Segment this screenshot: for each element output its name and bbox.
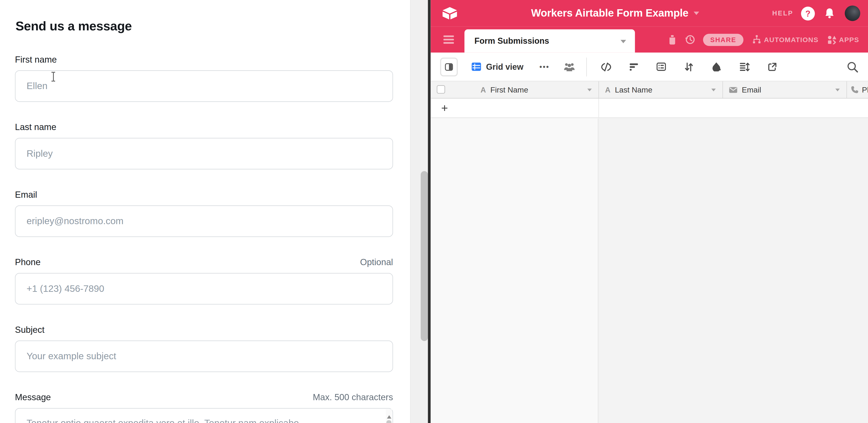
view-name-button[interactable]: Grid view: [472, 62, 524, 71]
avatar[interactable]: [845, 5, 860, 21]
view-name: Grid view: [486, 62, 524, 71]
grid-body: [431, 119, 868, 423]
sort-icon[interactable]: [683, 62, 695, 71]
scroll-up-arrow-icon[interactable]: [386, 415, 391, 418]
textarea-scrollbar-thumb[interactable]: [386, 420, 391, 423]
last-name-input[interactable]: [15, 138, 393, 170]
page-scrollbar-thumb[interactable]: [421, 171, 428, 341]
page-scrollbar-track: [410, 0, 428, 423]
trash-icon[interactable]: [668, 34, 676, 44]
message-label: Message: [15, 393, 51, 402]
email-icon: [729, 87, 737, 93]
add-record-row[interactable]: +: [431, 98, 868, 118]
base-title: Workers Airtable Form Example: [531, 7, 688, 19]
toolbar-divider: [586, 57, 587, 76]
phone-label: Phone: [15, 258, 40, 267]
column-header-last-name[interactable]: A Last Name: [598, 82, 722, 98]
row-height-icon[interactable]: [738, 62, 750, 71]
tables-menu-icon[interactable]: [443, 35, 454, 43]
base-title-menu[interactable]: Workers Airtable Form Example: [458, 7, 772, 19]
help-question-icon[interactable]: ?: [801, 6, 815, 20]
page-title: Send us a message: [16, 19, 132, 34]
search-icon[interactable]: [847, 61, 858, 72]
message-field-group: Message Max. 500 characters: [15, 393, 393, 423]
sidebar-toggle-icon: [444, 62, 454, 71]
airtable-tabbar: Form Submissions: [431, 27, 868, 53]
phone-field-group: Phone Optional: [15, 258, 393, 304]
airtable-topbar: Workers Airtable Form Example HELP ?: [431, 0, 868, 27]
views-sidebar-toggle-button[interactable]: [440, 57, 458, 76]
phone-input[interactable]: [15, 273, 393, 304]
view-more-menu[interactable]: •••: [539, 63, 550, 71]
window-divider: [428, 0, 431, 423]
select-all-checkbox[interactable]: [437, 85, 445, 93]
apps-icon: [827, 35, 836, 44]
email-field-group: Email: [15, 190, 393, 237]
first-name-label: First name: [15, 55, 57, 65]
hide-fields-icon[interactable]: [600, 62, 612, 71]
chevron-down-icon[interactable]: [835, 89, 840, 91]
text-cursor-icon: [50, 71, 56, 82]
screenshot-viewport: Send us a message First name Last name E…: [0, 0, 868, 423]
phone-optional-note: Optional: [360, 258, 393, 267]
chevron-down-icon[interactable]: [587, 89, 592, 91]
message-maxchars-note: Max. 500 characters: [313, 393, 393, 402]
grid-body-primary-column-area: [431, 119, 598, 423]
airtable-window: Workers Airtable Form Example HELP ?: [431, 0, 868, 423]
email-label: Email: [15, 190, 37, 200]
subject-label: Subject: [15, 325, 44, 335]
grid-view-icon: [472, 63, 481, 71]
airtable-logo[interactable]: [442, 7, 458, 20]
add-record-plus-icon[interactable]: +: [441, 98, 448, 117]
contact-form-pane: Send us a message First name Last name E…: [0, 0, 410, 423]
column-header-email[interactable]: Email: [722, 82, 846, 98]
view-toolbar: Grid view •••: [431, 53, 868, 82]
subject-field-group: Subject: [15, 325, 393, 372]
phone-icon: [851, 86, 859, 94]
share-view-icon[interactable]: [766, 62, 778, 71]
color-icon[interactable]: [711, 62, 723, 71]
filter-icon[interactable]: [628, 63, 640, 71]
history-icon[interactable]: [685, 34, 695, 45]
help-button[interactable]: HELP: [772, 9, 793, 17]
share-button[interactable]: SHARE: [703, 34, 744, 46]
column-divider: [598, 98, 599, 117]
email-input[interactable]: [15, 206, 393, 237]
text-field-icon: A: [480, 86, 486, 94]
grid-body-background: [599, 119, 868, 423]
collaborators-icon[interactable]: [563, 62, 575, 71]
group-icon[interactable]: [655, 63, 668, 71]
tab-form-submissions[interactable]: Form Submissions: [464, 29, 635, 53]
automations-button[interactable]: AUTOMATIONS: [752, 35, 818, 44]
first-name-field-group: First name: [15, 55, 393, 102]
last-name-label: Last name: [15, 122, 56, 132]
grid-column-headers: A First Name A Last Name Email: [431, 82, 868, 99]
first-name-input[interactable]: [15, 70, 393, 102]
subject-input[interactable]: [15, 341, 393, 372]
automations-icon: [752, 35, 761, 44]
textarea-scrollbar-track: [386, 409, 392, 423]
column-header-first-name[interactable]: A First Name: [431, 82, 598, 98]
apps-button[interactable]: APPS: [827, 35, 859, 44]
notifications-bell-icon[interactable]: [824, 8, 835, 19]
column-header-phone[interactable]: Phone: [846, 82, 868, 98]
last-name-field-group: Last name: [15, 122, 393, 170]
chevron-down-icon: [621, 40, 626, 43]
chevron-down-icon[interactable]: [711, 89, 716, 91]
message-textarea[interactable]: [15, 408, 393, 423]
active-table-name: Form Submissions: [474, 29, 549, 53]
chevron-down-icon: [693, 12, 699, 15]
text-field-icon: A: [605, 86, 611, 94]
